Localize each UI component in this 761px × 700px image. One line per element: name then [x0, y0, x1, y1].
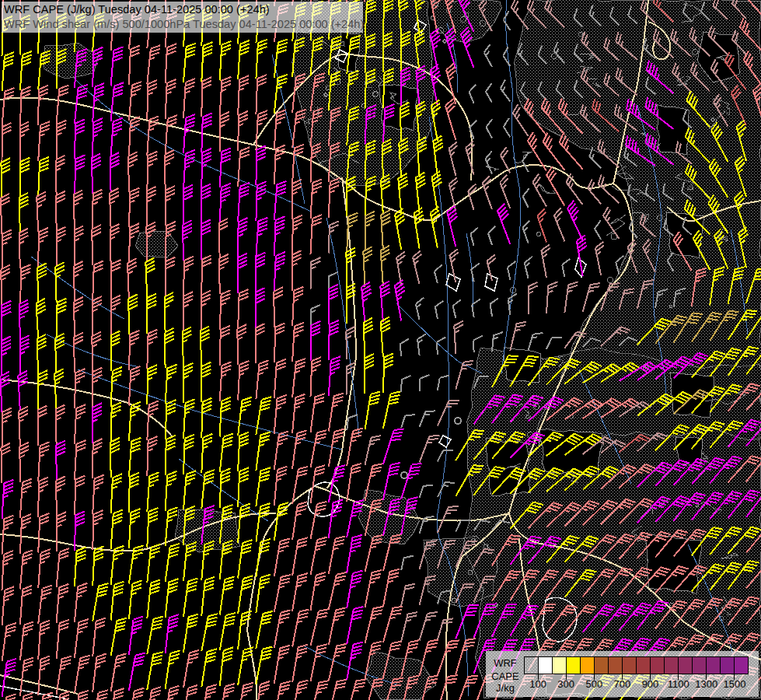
svg-text:500: 500: [585, 678, 602, 690]
svg-text:100: 100: [529, 678, 546, 690]
svg-text:300: 300: [557, 678, 574, 690]
svg-text:1500: 1500: [723, 678, 745, 690]
svg-text:WRF CAPE (J/kg) Tuesday 04-11-: WRF CAPE (J/kg) Tuesday 04-11-2025 00:00…: [4, 3, 270, 16]
svg-text:700: 700: [614, 678, 631, 690]
svg-text:J/kg: J/kg: [496, 682, 515, 694]
svg-text:WRF Wind shear (m/s) 500/1000h: WRF Wind shear (m/s) 500/1000hPa Tuesday…: [4, 18, 364, 30]
svg-text:1300: 1300: [695, 678, 717, 690]
svg-text:900: 900: [642, 678, 659, 690]
svg-text:1100: 1100: [668, 678, 689, 690]
svg-text:CAPE: CAPE: [491, 670, 519, 682]
svg-text:WRF: WRF: [494, 657, 517, 669]
